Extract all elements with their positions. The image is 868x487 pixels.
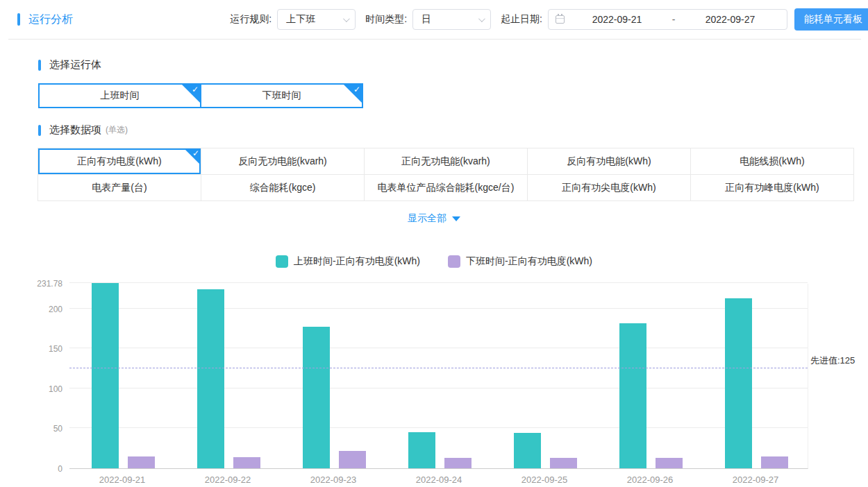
x-axis-tick-label: 2022-09-25 bbox=[521, 475, 568, 485]
energy-unit-board-button[interactable]: 能耗单元看板 bbox=[794, 8, 868, 31]
check-icon: ✓ bbox=[353, 85, 360, 94]
bar bbox=[619, 323, 646, 468]
x-axis-tick-label: 2022-09-23 bbox=[310, 475, 357, 485]
chevron-down-icon bbox=[343, 15, 350, 22]
section-accent-bar bbox=[38, 60, 41, 71]
run-body-tabs: 上班时间✓下班时间✓ bbox=[38, 83, 363, 108]
x-axis-tick-label: 2022-09-27 bbox=[733, 475, 779, 485]
run-body-section-title: 选择运行体 bbox=[38, 58, 101, 71]
rule-label: 运行规则: bbox=[230, 13, 272, 26]
check-icon: ✓ bbox=[192, 85, 199, 94]
show-all-label: 显示全部 bbox=[408, 212, 446, 225]
gridline bbox=[69, 388, 808, 388]
bar bbox=[128, 456, 155, 468]
show-all-button[interactable]: 显示全部 bbox=[0, 212, 868, 225]
chevron-down-icon bbox=[478, 15, 485, 22]
bar bbox=[761, 456, 788, 468]
calendar-icon bbox=[556, 15, 565, 24]
time-type-select[interactable]: 日 bbox=[412, 9, 491, 30]
x-axis-tick-label: 2022-09-21 bbox=[99, 475, 146, 485]
date-separator: - bbox=[667, 14, 681, 25]
marker-line-label: 先进值:125 bbox=[810, 354, 855, 367]
bar bbox=[303, 327, 330, 468]
operating-body-tab-label: 下班时间 bbox=[262, 89, 301, 102]
chevron-down-icon bbox=[452, 216, 460, 221]
data-item-label: 正向有功电度(kWh) bbox=[77, 155, 161, 168]
data-item-section-note: (单选) bbox=[106, 124, 128, 136]
data-item-label: 正向有功尖电度(kWh) bbox=[562, 182, 656, 194]
data-item-grid: 正向有功电度(kWh)✓反向无功电能(kvarh)正向无功电能(kvarh)反向… bbox=[38, 148, 854, 201]
gridline bbox=[69, 282, 808, 283]
rule-select-value: 上下班 bbox=[286, 13, 343, 26]
data-item-section-title-text: 选择数据项 bbox=[49, 123, 101, 137]
operating-body-tab-2[interactable]: 下班时间✓ bbox=[200, 83, 363, 108]
y-axis-tick-label: 231.78 bbox=[37, 279, 62, 289]
bar-chart: 上班时间-正向有功电度(kWh)下班时间-正向有功电度(kWh) 0501001… bbox=[0, 244, 868, 487]
bar bbox=[233, 457, 260, 468]
bar bbox=[514, 433, 541, 468]
page-title: 运行分析 bbox=[28, 12, 73, 27]
data-item-label: 反向有功电能(kWh) bbox=[567, 155, 651, 168]
data-item-label: 综合能耗(kgce) bbox=[250, 182, 316, 194]
data-item-label: 正向有功峰电度(kWh) bbox=[725, 182, 819, 194]
data-item-section-title: 选择数据项 (单选) bbox=[38, 123, 128, 137]
chart-legend: 上班时间-正向有功电度(kWh)下班时间-正向有功电度(kWh) bbox=[0, 255, 868, 268]
legend-item[interactable]: 下班时间-正向有功电度(kWh) bbox=[448, 255, 592, 268]
data-item-cell-6[interactable]: 电表产量(台) bbox=[37, 174, 201, 201]
x-axis-tick-label: 2022-09-22 bbox=[205, 475, 251, 485]
data-item-label: 电表单位产品综合能耗(kgce/台) bbox=[378, 182, 515, 194]
date-range-label: 起止日期: bbox=[501, 13, 542, 26]
y-axis-tick-label: 100 bbox=[49, 384, 62, 394]
data-item-cell-2[interactable]: 反向无功电能(kvarh) bbox=[201, 148, 365, 175]
divider bbox=[8, 39, 861, 40]
page-title-block: 运行分析 bbox=[17, 12, 73, 27]
data-item-cell-9[interactable]: 正向有功尖电度(kWh) bbox=[527, 174, 691, 201]
time-type-label: 时间类型: bbox=[365, 13, 407, 26]
bar bbox=[408, 432, 435, 468]
legend-swatch bbox=[448, 255, 460, 268]
x-axis-tick-label: 2022-09-24 bbox=[416, 475, 462, 485]
operating-body-tab-label: 上班时间 bbox=[101, 89, 140, 102]
time-type-select-value: 日 bbox=[422, 13, 478, 26]
bar bbox=[339, 451, 366, 468]
data-item-cell-4[interactable]: 反向有功电能(kWh) bbox=[527, 148, 691, 175]
operating-body-tab-1[interactable]: 上班时间✓ bbox=[38, 83, 201, 108]
chart-plot-area: 050100150200231.78先进值:1252022-09-212022-… bbox=[69, 284, 808, 469]
data-item-cell-7[interactable]: 综合能耗(kgce) bbox=[201, 174, 365, 201]
date-end-value[interactable]: 2022-09-27 bbox=[681, 14, 780, 25]
data-item-cell-3[interactable]: 正向无功电能(kvarh) bbox=[364, 148, 528, 175]
data-item-label: 反向无功电能(kvarh) bbox=[238, 155, 327, 168]
date-range-picker[interactable]: 2022-09-21 - 2022-09-27 bbox=[548, 9, 787, 30]
bar bbox=[550, 458, 577, 468]
data-item-cell-10[interactable]: 正向有功峰电度(kWh) bbox=[690, 174, 854, 201]
bar bbox=[656, 458, 683, 468]
y-axis-tick-label: 150 bbox=[49, 344, 62, 354]
gridline bbox=[69, 308, 808, 309]
bar bbox=[197, 289, 224, 468]
data-item-cell-1[interactable]: 正向有功电度(kWh)✓ bbox=[37, 148, 201, 175]
data-item-cell-5[interactable]: 电能线损(kWh) bbox=[690, 148, 854, 175]
data-item-label: 正向无功电能(kvarh) bbox=[401, 155, 490, 168]
legend-swatch bbox=[276, 255, 288, 268]
filter-controls: 运行规则: 上下班 时间类型: 日 起止日期: 2022-09-21 - 202… bbox=[220, 8, 868, 31]
check-icon: ✓ bbox=[192, 148, 199, 158]
legend-item[interactable]: 上班时间-正向有功电度(kWh) bbox=[276, 255, 420, 268]
gridline bbox=[69, 427, 808, 428]
bar bbox=[725, 298, 752, 468]
bar bbox=[92, 283, 119, 468]
top-bar: 运行分析 运行规则: 上下班 时间类型: 日 起止日期: 2022-09-21 … bbox=[0, 0, 868, 39]
section-accent-bar bbox=[38, 125, 41, 136]
legend-label: 下班时间-正向有功电度(kWh) bbox=[466, 255, 592, 268]
data-item-label: 电能线损(kWh) bbox=[740, 155, 804, 168]
run-body-section-title-text: 选择运行体 bbox=[49, 58, 101, 71]
bar bbox=[444, 458, 471, 468]
x-axis-tick-label: 2022-09-26 bbox=[627, 475, 674, 485]
gridline bbox=[69, 348, 808, 348]
title-accent-bar bbox=[17, 13, 20, 26]
rule-select[interactable]: 上下班 bbox=[277, 9, 356, 30]
y-axis-tick-label: 50 bbox=[53, 424, 62, 434]
date-start-value[interactable]: 2022-09-21 bbox=[567, 14, 667, 25]
data-item-label: 电表产量(台) bbox=[92, 182, 147, 194]
data-item-cell-8[interactable]: 电表单位产品综合能耗(kgce/台) bbox=[364, 174, 528, 201]
marker-line bbox=[69, 368, 808, 368]
